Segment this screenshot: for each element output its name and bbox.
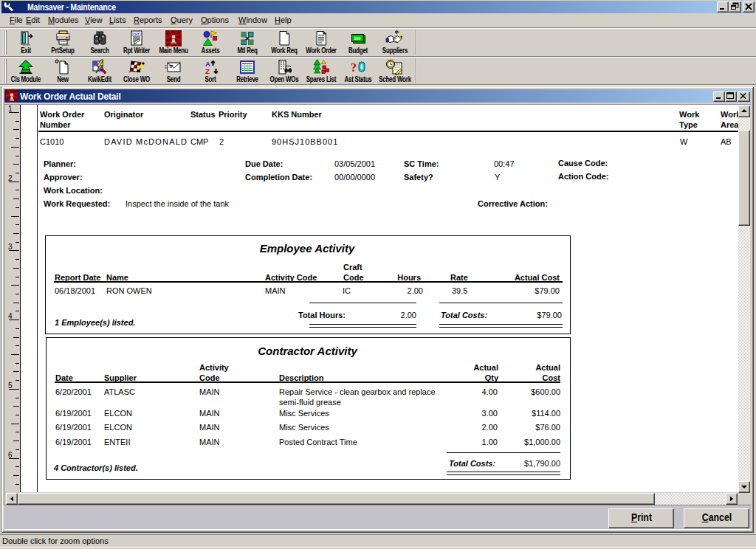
svg-text:Z: Z — [205, 67, 210, 75]
svg-text:A: A — [205, 60, 210, 68]
svg-text:100: 100 — [354, 36, 360, 41]
svg-text:?: ? — [351, 61, 357, 74]
svg-text:CHT: CHT — [133, 32, 140, 36]
